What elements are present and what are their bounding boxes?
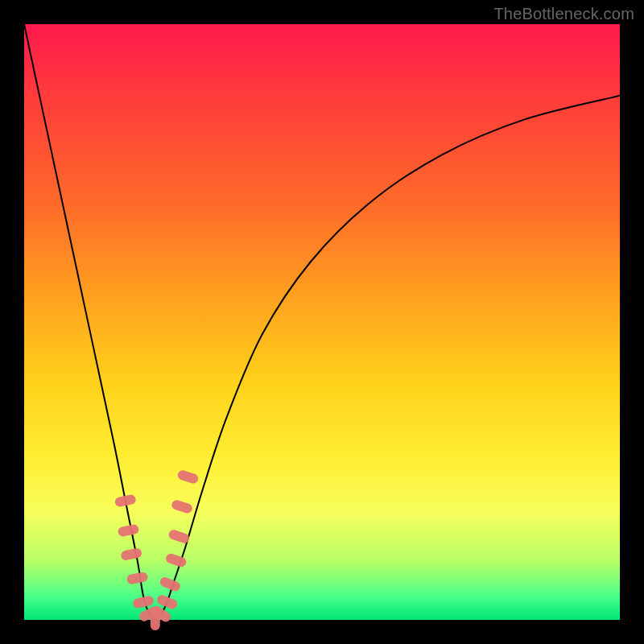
data-marker xyxy=(159,576,182,592)
data-marker xyxy=(176,469,199,485)
bottleneck-curve xyxy=(24,24,620,620)
data-marker xyxy=(126,572,149,585)
data-marker xyxy=(120,547,142,561)
curve-layer xyxy=(24,24,620,620)
data-marker xyxy=(118,524,140,538)
watermark-text: TheBottleneck.com xyxy=(493,5,634,23)
data-marker xyxy=(114,494,137,508)
data-marker xyxy=(167,529,190,545)
marker-cluster xyxy=(114,469,200,630)
chart-frame: TheBottleneck.com xyxy=(0,0,644,644)
data-marker xyxy=(171,499,193,514)
data-marker xyxy=(164,552,187,568)
data-marker xyxy=(132,595,155,609)
plot-area xyxy=(24,24,620,620)
